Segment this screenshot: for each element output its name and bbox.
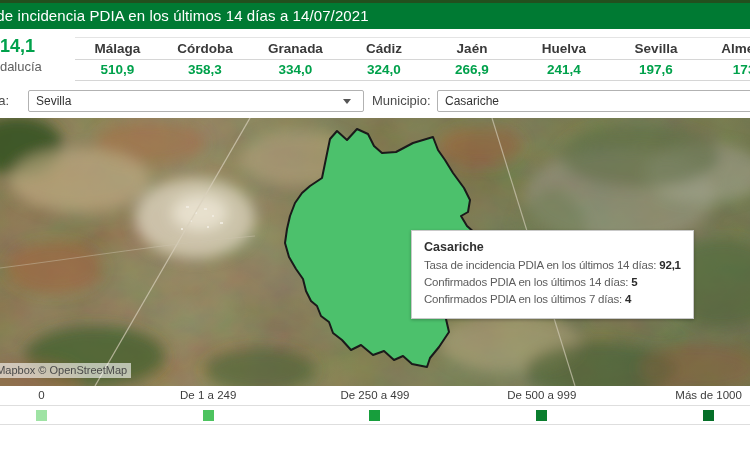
legend-label-row: 0 De 1 a 249 De 250 a 499 De 500 a 999 M… [0,388,750,406]
legend-label-1000plus: Más de 1000 [625,388,750,405]
tooltip-line-confirmed7: Confirmados PDIA en los últimos 7 días: … [424,291,681,308]
province-value-jaen: 266,9 [427,60,517,80]
province-value-granada: 334,0 [250,60,341,80]
page-title: Tasa de incidencia PDIA en los últimos 1… [0,7,369,25]
municipio-combobox[interactable] [437,90,750,112]
province-table: Málaga Córdoba Granada Cádiz Jaén Huelva… [75,37,750,81]
province-name-cordoba[interactable]: Córdoba [160,38,250,59]
chevron-down-icon[interactable] [343,99,351,104]
province-name-sevilla[interactable]: Sevilla [611,38,701,59]
provincia-label: Provincia: [0,93,9,108]
province-value-sevilla: 197,6 [611,60,701,80]
legend-swatch-1-249 [203,410,214,421]
province-header-row: Málaga Córdoba Granada Cádiz Jaén Huelva… [75,38,750,60]
region-name: Andalucía [0,57,42,75]
provincia-select[interactable]: Sevilla [28,90,364,112]
province-value-cordoba: 358,3 [160,60,250,80]
tooltip-line-confirmed14: Confirmados PDIA en los últimos 14 días:… [424,274,681,291]
legend-swatch-250-499 [369,410,380,421]
legend-label-1-249: De 1 a 249 [125,388,292,405]
province-name-jaen[interactable]: Jaén [427,38,517,59]
municipio-label: Municipio: [372,93,431,108]
map-attribution[interactable]: © Mapbox © OpenStreetMap [0,363,131,378]
province-value-row: 510,9 358,3 334,0 324,0 266,9 241,4 197,… [75,60,750,81]
incidence-legend: 0 De 1 a 249 De 250 a 499 De 500 a 999 M… [0,388,750,425]
region-summary: 314,1 Andalucía [0,36,72,75]
tooltip-title: Casariche [424,240,681,254]
legend-label-500-999: De 500 a 999 [458,388,625,405]
legend-label-250-499: De 250 a 499 [292,388,459,405]
province-name-cadiz[interactable]: Cádiz [341,38,427,59]
province-value-almeria: 173, [701,60,750,80]
legend-swatch-row [0,406,750,425]
dashboard: { "header": { "title": "Tasa de incidenc… [0,0,750,450]
legend-swatch-1000plus [703,410,714,421]
legend-label-0: 0 [0,388,125,405]
province-value-huelva: 241,4 [517,60,611,80]
tooltip-line-rate: Tasa de incidencia PDIA en los últimos 1… [424,257,681,274]
provincia-selected-value: Sevilla [29,91,363,111]
province-value-malaga: 510,9 [75,60,160,80]
filter-bar: Provincia: Sevilla Municipio: [0,90,750,114]
map-canvas[interactable]: © Mapbox © OpenStreetMap Casariche Tasa … [0,118,750,386]
province-name-almeria[interactable]: Almería [701,38,750,59]
province-name-huelva[interactable]: Huelva [517,38,611,59]
province-value-cadiz: 324,0 [341,60,427,80]
map-tooltip: Casariche Tasa de incidencia PDIA en los… [411,230,694,319]
region-rate: 314,1 [0,36,35,57]
header-bar: Tasa de incidencia PDIA en los últimos 1… [0,0,750,29]
province-name-malaga[interactable]: Málaga [75,38,160,59]
province-name-granada[interactable]: Granada [250,38,341,59]
municipio-input[interactable] [438,92,745,110]
legend-swatch-500-999 [536,410,547,421]
legend-swatch-0 [36,410,47,421]
